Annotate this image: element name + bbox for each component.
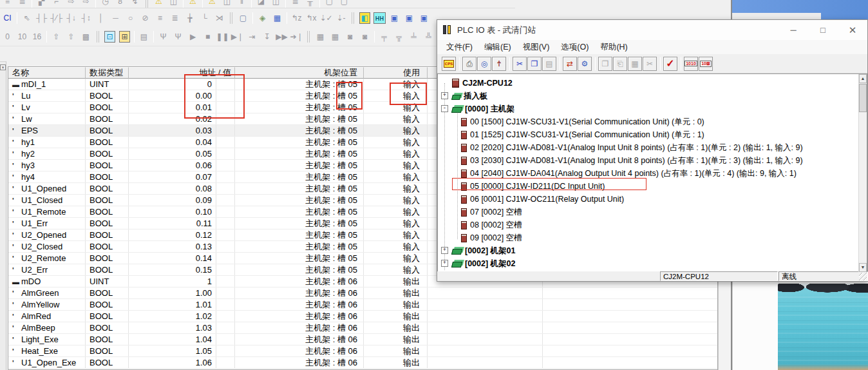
cell-rack-position[interactable]: 主机架 : 槽 05 — [235, 195, 364, 206]
cell-data-type[interactable]: BOOL — [86, 229, 129, 240]
cell-address[interactable]: 0.07 — [129, 171, 216, 182]
cell-name[interactable]: 'AlmRed — [8, 311, 86, 322]
cell-address[interactable]: 1.04 — [129, 334, 216, 345]
cell-address[interactable]: 1 — [129, 276, 216, 287]
cell-extra[interactable] — [428, 287, 543, 298]
cell-data-type[interactable]: BOOL — [86, 102, 129, 113]
cell-value[interactable] — [216, 299, 235, 310]
cell-value[interactable] — [216, 171, 235, 182]
commit-icon[interactable]: ⇣✓ — [319, 11, 334, 25]
cell-data-type[interactable]: BOOL — [86, 137, 129, 148]
tree-item[interactable]: +[0002] 机架02 — [438, 257, 858, 270]
continuous-step-icon[interactable]: ▶▶ — [274, 30, 289, 44]
menu-item-f[interactable]: 文件(F) — [442, 41, 476, 54]
cell-rack-position[interactable]: 主机架 : 槽 05 — [235, 218, 364, 229]
menu-item-v[interactable]: 视图(V) — [519, 41, 554, 54]
dialog-icon-2[interactable]: ▢ — [337, 0, 352, 8]
cut-icon[interactable]: ✂ — [513, 57, 527, 71]
horizontal-line-tool[interactable]: ─ — [108, 11, 123, 25]
cell-rack-position[interactable]: 主机架 : 槽 06 — [235, 334, 364, 345]
network-icon[interactable]: ╩ — [421, 30, 436, 44]
cell-name[interactable]: 'U2_Closed — [8, 241, 86, 252]
cell-value[interactable] — [216, 160, 235, 171]
cell-address[interactable]: 1.02 — [129, 311, 216, 322]
cell-rack-position[interactable]: 主机架 : 槽 05 — [235, 229, 364, 240]
step-in-icon[interactable]: ⇥ — [245, 30, 259, 44]
column-header-usage[interactable]: 使用 — [364, 67, 428, 79]
dock-close-icon[interactable]: × — [0, 64, 6, 70]
cell-data-type[interactable]: BOOL — [86, 218, 129, 229]
address-ref-icon[interactable]: ╧ — [406, 30, 421, 44]
hold-icon[interactable]: ‖ — [234, 0, 249, 8]
invoke-tool[interactable]: ⋊ — [212, 11, 227, 25]
expand-plus-icon[interactable]: + — [441, 247, 448, 254]
cell-address[interactable]: 0.08 — [129, 183, 216, 194]
tree-scrollbar[interactable]: ▲ ▼ — [858, 74, 867, 272]
cell-data-type[interactable]: BOOL — [86, 346, 129, 356]
cell-data-type[interactable]: BOOL — [86, 195, 129, 206]
minimize-button[interactable]: ─ — [778, 20, 808, 40]
pause-monitor-icon[interactable]: ◫ — [220, 0, 234, 8]
cell-name[interactable]: 'Light_Exe — [8, 334, 86, 345]
warning-clear-icon[interactable]: ⚠ — [205, 0, 220, 8]
cell-name[interactable]: 'U2_Opened — [8, 229, 86, 240]
close-button[interactable]: ✕ — [838, 20, 867, 40]
cell-value[interactable] — [216, 125, 235, 136]
transfer-to-plc-icon[interactable]: ⇄ — [563, 57, 577, 71]
monitor-binary-icon[interactable]: 0 — [0, 30, 15, 44]
counter-icon[interactable]: ◫ — [166, 0, 181, 8]
cell-address[interactable]: 0.03 — [129, 125, 216, 136]
coil-closed-tool[interactable]: ⊘ — [138, 11, 153, 25]
cell-address[interactable]: 1.00 — [129, 287, 216, 298]
cell-extra-2[interactable] — [543, 311, 717, 322]
cell-usage[interactable]: 输入 — [364, 113, 428, 124]
stop-hand-icon[interactable]: Ψ — [171, 30, 185, 44]
cell-name[interactable]: 'Lv — [8, 102, 86, 113]
contact-open-tool[interactable]: ┤├ — [34, 11, 49, 25]
cell-address[interactable]: 0.04 — [129, 137, 216, 148]
cell-address[interactable]: 1.06 — [129, 357, 216, 368]
fb-parameter-tool[interactable]: ╆ — [182, 11, 197, 25]
cell-address[interactable]: 0.11 — [129, 218, 216, 229]
cell-extra-2[interactable] — [543, 322, 717, 333]
program-check-icon[interactable]: ▢ — [236, 11, 250, 25]
column-header-rack-position[interactable]: 机架位置 — [235, 67, 364, 79]
force-cancel-icon[interactable]: ▩ — [79, 30, 93, 44]
compile-icon[interactable]: ◈ — [255, 11, 270, 25]
cell-data-type[interactable]: BOOL — [86, 311, 129, 322]
stop-icon[interactable]: ■ — [200, 30, 215, 44]
cell-value[interactable] — [216, 183, 235, 194]
cell-usage[interactable]: 输出 — [364, 311, 428, 322]
cell-name[interactable]: 'U1_Remote — [8, 206, 86, 217]
cell-data-type[interactable]: UINT — [86, 79, 129, 90]
text-comment-tool[interactable]: CI — [0, 11, 15, 25]
cell-address[interactable]: 0.10 — [129, 206, 216, 217]
table-row[interactable]: 'AlmYellowBOOL1.01主机架 : 槽 06输出 — [8, 299, 717, 311]
scan-run-icon[interactable]: ➔❘ — [289, 30, 304, 44]
window-icon[interactable]: ◪ — [254, 0, 269, 8]
cell-value[interactable] — [216, 137, 235, 148]
title-bar[interactable]: PLC IO 表 - 武清门站 ─ □ ✕ — [437, 20, 867, 40]
cell-data-type[interactable]: BOOL — [86, 253, 129, 264]
cell-usage[interactable]: 输出 — [364, 299, 428, 310]
io-table-icon[interactable]: ◧ — [357, 11, 372, 25]
cell-data-type[interactable]: BOOL — [86, 322, 129, 333]
cell-value[interactable] — [216, 253, 235, 264]
tree-item[interactable]: CJ2M-CPU12 — [438, 77, 858, 90]
contact-or-closed-tool[interactable]: ┤↕ — [79, 11, 93, 25]
cell-usage[interactable]: 输出 — [364, 346, 428, 356]
cell-address[interactable]: 1.03 — [129, 322, 216, 333]
tree-item[interactable]: 03 [2030] CJ1W-AD081-V1(Analog Input Uni… — [438, 154, 858, 167]
cell-usage[interactable]: 输入 — [364, 241, 428, 252]
cell-name[interactable]: 'hy4 — [8, 171, 86, 182]
cell-usage[interactable]: 输入 — [364, 218, 428, 229]
cell-value[interactable] — [216, 241, 235, 252]
cell-address[interactable]: 1.01 — [129, 299, 216, 310]
watch-icon[interactable]: ◷ — [98, 0, 113, 8]
cell-usage[interactable]: 输出 — [364, 357, 428, 368]
memory-edit-icon[interactable]: ▦ — [328, 30, 343, 44]
cell-rack-position[interactable]: 主机架 : 槽 06 — [235, 299, 364, 310]
copy-icon[interactable]: ❐ — [527, 57, 542, 71]
table-row[interactable]: 'U1_Open_ExeBOOL1.06主机架 : 槽 06输出 — [8, 357, 717, 369]
find-icon[interactable]: ▞ — [34, 0, 49, 8]
